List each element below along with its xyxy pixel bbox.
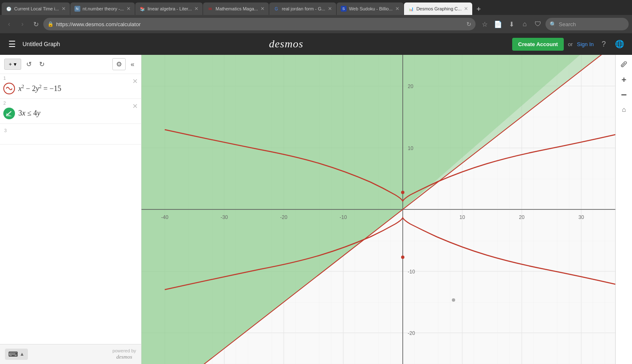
point-on-curve (452, 298, 455, 302)
expression-row-1: 1 x2 − 2y2 = −15 ✕ (0, 74, 141, 99)
curve-icon (5, 85, 13, 92)
svg-text:30: 30 (578, 214, 584, 220)
expr-1-content[interactable]: x2 − 2y2 = −15 (18, 84, 137, 93)
inequality-icon (5, 110, 13, 117)
desmos-logo: desmos (65, 38, 507, 50)
tab-7-favicon: 📊 (408, 6, 414, 12)
tab-7[interactable]: 📊 Desmos Graphing C... ✕ (404, 2, 473, 15)
keyboard-icon: ⌨ (8, 350, 18, 358)
new-tab-button[interactable]: + (473, 3, 484, 15)
tab-5[interactable]: G real jordan form - G... ✕ (269, 2, 336, 15)
bookmark-star-button[interactable]: ☆ (479, 18, 491, 30)
tab-6[interactable]: S Web Sudoku - Billio... ✕ (337, 2, 404, 15)
search-icon: 🔍 (550, 21, 556, 27)
search-bar[interactable]: 🔍 (545, 18, 629, 30)
reading-mode-button[interactable]: 📄 (492, 18, 504, 30)
expr-2-icon[interactable] (3, 108, 15, 119)
undo-button[interactable]: ↺ (24, 59, 34, 70)
right-sidebar: + − ⌂ (615, 55, 632, 364)
tab-3[interactable]: 📚 linear algebra - Liter... ✕ (135, 2, 203, 15)
wrench-button[interactable] (617, 58, 631, 71)
redo-button[interactable]: ↻ (37, 59, 47, 70)
back-button[interactable]: ‹ (3, 18, 15, 30)
tab-5-favicon: G (273, 6, 279, 12)
graph-svg: -40 -30 -20 -10 10 20 30 40 20 10 -10 -2… (141, 55, 615, 364)
svg-text:20: 20 (408, 84, 414, 89)
svg-text:-20: -20 (408, 330, 415, 336)
tab-1-favicon: 🕐 (6, 6, 12, 12)
forward-button[interactable]: › (17, 18, 28, 30)
tab-1-close[interactable]: ✕ (62, 6, 66, 12)
tab-4-close[interactable]: ✕ (260, 6, 265, 12)
app-container: ☰ Untitled Graph desmos Create Account o… (0, 33, 632, 364)
tab-2-close[interactable]: ✕ (126, 6, 131, 12)
address-text: https://www.desmos.com/calculator (56, 21, 464, 27)
desmos-topbar: ☰ Untitled Graph desmos Create Account o… (0, 33, 632, 55)
tab-6-title: Web Sudoku - Billio... (349, 6, 393, 11)
refresh-button[interactable]: ↻ (30, 18, 42, 30)
settings-button[interactable]: ⚙ (112, 58, 126, 70)
topbar-right: Create Account or Sign In ? 🌐 (512, 38, 625, 51)
download-button[interactable]: ⬇ (506, 18, 517, 30)
curve-intersection-point (401, 256, 404, 259)
tab-6-close[interactable]: ✕ (395, 6, 399, 12)
expand-arrow-icon: ▲ (20, 351, 25, 357)
tab-1[interactable]: 🕐 Current Local Time i... ✕ (2, 2, 70, 15)
left-panel: + ▾ ↺ ↻ ⚙ « 1 (0, 55, 141, 364)
svg-text:10: 10 (459, 214, 465, 220)
graph-area[interactable]: -40 -30 -20 -10 10 20 30 40 20 10 -10 -2… (141, 55, 615, 364)
hamburger-button[interactable]: ☰ (7, 37, 17, 51)
dropdown-arrow-icon: ▾ (14, 61, 17, 67)
tab-bar: 🕐 Current Local Time i... ✕ N nt.number … (0, 0, 632, 15)
graph-title[interactable]: Untitled Graph (22, 41, 60, 47)
row-number-3: 3 (4, 128, 137, 133)
desmos-small-logo: desmos (112, 354, 136, 361)
tab-3-close[interactable]: ✕ (194, 6, 198, 12)
tab-2[interactable]: N nt.number theory -... ✕ (70, 2, 135, 15)
tab-4-favicon: ✉ (207, 6, 213, 12)
row-number-2: 2 (3, 101, 6, 106)
tab-3-favicon: 📚 (139, 6, 145, 12)
tab-5-close[interactable]: ✕ (328, 6, 332, 12)
svg-text:-20: -20 (280, 214, 287, 220)
search-input[interactable] (559, 21, 617, 27)
zoom-out-button[interactable]: − (617, 88, 631, 101)
svg-text:-10: -10 (408, 269, 415, 275)
tab-4[interactable]: ✉ Mathematics Maga... ✕ (203, 2, 269, 15)
address-bar[interactable]: 🔒 https://www.desmos.com/calculator ↻ (43, 18, 476, 30)
main-content: + ▾ ↺ ↻ ⚙ « 1 (0, 55, 632, 364)
upper-vertex (401, 191, 404, 194)
refresh-icon: ↻ (466, 21, 471, 27)
tab-1-title: Current Local Time i... (14, 6, 59, 11)
plus-icon: + (9, 61, 12, 67)
shield-button[interactable]: 🛡 (532, 18, 544, 30)
expression-row-3[interactable]: 3 (0, 124, 141, 145)
create-account-button[interactable]: Create Account (512, 38, 564, 51)
add-expression-button[interactable]: + ▾ (4, 59, 21, 70)
keyboard-toggle-button[interactable]: ⌨ ▲ (5, 349, 28, 360)
tab-2-title: nt.number theory -... (83, 6, 124, 11)
globe-button[interactable]: 🌐 (614, 38, 625, 50)
tab-4-title: Mathematics Maga... (216, 6, 258, 11)
nav-bar: ‹ › ↻ 🔒 https://www.desmos.com/calculato… (0, 15, 632, 33)
tab-6-favicon: S (341, 6, 347, 12)
expr-2-close[interactable]: ✕ (132, 102, 138, 110)
svg-text:-10: -10 (340, 214, 347, 220)
zoom-in-button[interactable]: + (617, 73, 631, 86)
home-view-button[interactable]: ⌂ (617, 103, 631, 116)
wrench-icon (620, 61, 628, 69)
collapse-panel-button[interactable]: « (128, 59, 137, 70)
expr-1-close[interactable]: ✕ (132, 77, 138, 85)
help-button[interactable]: ? (598, 38, 610, 50)
svg-text:20: 20 (519, 214, 525, 220)
browser-chrome: 🕐 Current Local Time i... ✕ N nt.number … (0, 0, 632, 33)
tab-7-close[interactable]: ✕ (464, 6, 468, 12)
expr-1-icon[interactable] (3, 83, 15, 94)
sign-in-link[interactable]: Sign In (577, 41, 594, 47)
tab-2-favicon: N (74, 6, 80, 12)
tab-7-title: Desmos Graphing C... (416, 6, 462, 11)
home-button[interactable]: ⌂ (519, 18, 530, 30)
expression-list: 1 x2 − 2y2 = −15 ✕ 2 (0, 74, 141, 344)
expr-2-content[interactable]: 3x ≤ 4y (18, 109, 137, 118)
row-number-1: 1 (3, 76, 6, 81)
